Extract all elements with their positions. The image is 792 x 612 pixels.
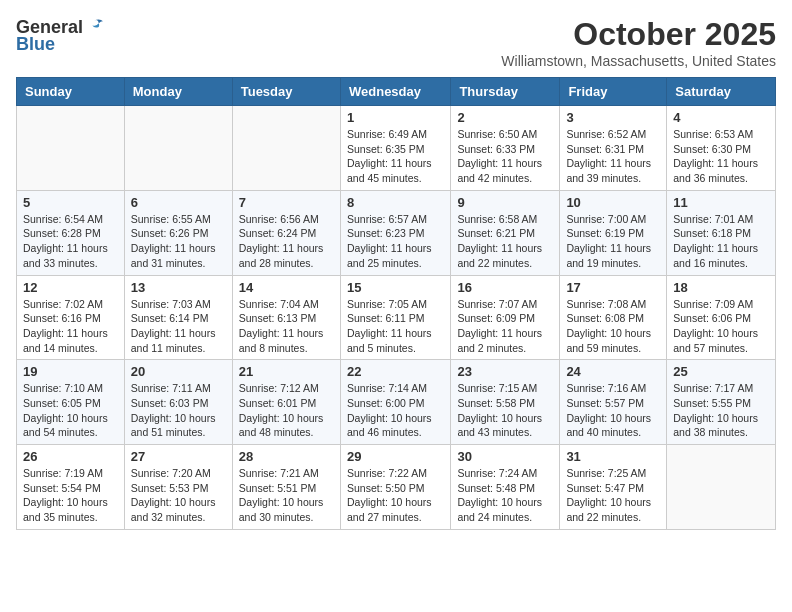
month-title: October 2025 <box>501 16 776 53</box>
calendar-day-27: 27Sunrise: 7:20 AM Sunset: 5:53 PM Dayli… <box>124 445 232 530</box>
day-info: Sunrise: 6:56 AM Sunset: 6:24 PM Dayligh… <box>239 212 334 271</box>
day-number: 1 <box>347 110 444 125</box>
calendar-day-empty <box>232 106 340 191</box>
weekday-header-monday: Monday <box>124 78 232 106</box>
day-info: Sunrise: 6:49 AM Sunset: 6:35 PM Dayligh… <box>347 127 444 186</box>
calendar-day-28: 28Sunrise: 7:21 AM Sunset: 5:51 PM Dayli… <box>232 445 340 530</box>
day-number: 8 <box>347 195 444 210</box>
weekday-header-row: SundayMondayTuesdayWednesdayThursdayFrid… <box>17 78 776 106</box>
weekday-header-tuesday: Tuesday <box>232 78 340 106</box>
day-info: Sunrise: 6:50 AM Sunset: 6:33 PM Dayligh… <box>457 127 553 186</box>
day-info: Sunrise: 7:22 AM Sunset: 5:50 PM Dayligh… <box>347 466 444 525</box>
day-number: 22 <box>347 364 444 379</box>
calendar-day-21: 21Sunrise: 7:12 AM Sunset: 6:01 PM Dayli… <box>232 360 340 445</box>
day-number: 23 <box>457 364 553 379</box>
weekday-header-saturday: Saturday <box>667 78 776 106</box>
day-number: 15 <box>347 280 444 295</box>
calendar-day-19: 19Sunrise: 7:10 AM Sunset: 6:05 PM Dayli… <box>17 360 125 445</box>
calendar-day-26: 26Sunrise: 7:19 AM Sunset: 5:54 PM Dayli… <box>17 445 125 530</box>
calendar-day-24: 24Sunrise: 7:16 AM Sunset: 5:57 PM Dayli… <box>560 360 667 445</box>
calendar-table: SundayMondayTuesdayWednesdayThursdayFrid… <box>16 77 776 530</box>
day-info: Sunrise: 7:16 AM Sunset: 5:57 PM Dayligh… <box>566 381 660 440</box>
day-number: 14 <box>239 280 334 295</box>
day-info: Sunrise: 7:07 AM Sunset: 6:09 PM Dayligh… <box>457 297 553 356</box>
calendar-day-empty <box>667 445 776 530</box>
day-number: 7 <box>239 195 334 210</box>
day-info: Sunrise: 7:11 AM Sunset: 6:03 PM Dayligh… <box>131 381 226 440</box>
calendar-day-29: 29Sunrise: 7:22 AM Sunset: 5:50 PM Dayli… <box>340 445 450 530</box>
day-info: Sunrise: 6:57 AM Sunset: 6:23 PM Dayligh… <box>347 212 444 271</box>
weekday-header-thursday: Thursday <box>451 78 560 106</box>
day-info: Sunrise: 7:02 AM Sunset: 6:16 PM Dayligh… <box>23 297 118 356</box>
calendar-day-23: 23Sunrise: 7:15 AM Sunset: 5:58 PM Dayli… <box>451 360 560 445</box>
day-info: Sunrise: 7:21 AM Sunset: 5:51 PM Dayligh… <box>239 466 334 525</box>
day-info: Sunrise: 7:10 AM Sunset: 6:05 PM Dayligh… <box>23 381 118 440</box>
calendar-day-6: 6Sunrise: 6:55 AM Sunset: 6:26 PM Daylig… <box>124 190 232 275</box>
calendar-day-3: 3Sunrise: 6:52 AM Sunset: 6:31 PM Daylig… <box>560 106 667 191</box>
logo: General Blue <box>16 16 107 55</box>
calendar-day-13: 13Sunrise: 7:03 AM Sunset: 6:14 PM Dayli… <box>124 275 232 360</box>
calendar-day-empty <box>124 106 232 191</box>
day-number: 6 <box>131 195 226 210</box>
day-info: Sunrise: 7:15 AM Sunset: 5:58 PM Dayligh… <box>457 381 553 440</box>
day-number: 29 <box>347 449 444 464</box>
day-info: Sunrise: 7:00 AM Sunset: 6:19 PM Dayligh… <box>566 212 660 271</box>
location-subtitle: Williamstown, Massachusetts, United Stat… <box>501 53 776 69</box>
day-number: 10 <box>566 195 660 210</box>
calendar-day-11: 11Sunrise: 7:01 AM Sunset: 6:18 PM Dayli… <box>667 190 776 275</box>
day-info: Sunrise: 6:55 AM Sunset: 6:26 PM Dayligh… <box>131 212 226 271</box>
calendar-day-12: 12Sunrise: 7:02 AM Sunset: 6:16 PM Dayli… <box>17 275 125 360</box>
day-number: 21 <box>239 364 334 379</box>
day-number: 30 <box>457 449 553 464</box>
day-number: 13 <box>131 280 226 295</box>
day-info: Sunrise: 7:01 AM Sunset: 6:18 PM Dayligh… <box>673 212 769 271</box>
calendar-day-16: 16Sunrise: 7:07 AM Sunset: 6:09 PM Dayli… <box>451 275 560 360</box>
day-number: 18 <box>673 280 769 295</box>
logo-bird-icon <box>85 16 107 38</box>
calendar-week-row: 1Sunrise: 6:49 AM Sunset: 6:35 PM Daylig… <box>17 106 776 191</box>
day-info: Sunrise: 7:14 AM Sunset: 6:00 PM Dayligh… <box>347 381 444 440</box>
calendar-day-1: 1Sunrise: 6:49 AM Sunset: 6:35 PM Daylig… <box>340 106 450 191</box>
calendar-day-empty <box>17 106 125 191</box>
page-header: General Blue October 2025 Williamstown, … <box>16 16 776 69</box>
calendar-day-30: 30Sunrise: 7:24 AM Sunset: 5:48 PM Dayli… <box>451 445 560 530</box>
calendar-day-10: 10Sunrise: 7:00 AM Sunset: 6:19 PM Dayli… <box>560 190 667 275</box>
day-number: 4 <box>673 110 769 125</box>
day-number: 25 <box>673 364 769 379</box>
calendar-week-row: 5Sunrise: 6:54 AM Sunset: 6:28 PM Daylig… <box>17 190 776 275</box>
calendar-day-31: 31Sunrise: 7:25 AM Sunset: 5:47 PM Dayli… <box>560 445 667 530</box>
day-info: Sunrise: 7:09 AM Sunset: 6:06 PM Dayligh… <box>673 297 769 356</box>
calendar-day-2: 2Sunrise: 6:50 AM Sunset: 6:33 PM Daylig… <box>451 106 560 191</box>
day-number: 28 <box>239 449 334 464</box>
calendar-day-5: 5Sunrise: 6:54 AM Sunset: 6:28 PM Daylig… <box>17 190 125 275</box>
calendar-day-17: 17Sunrise: 7:08 AM Sunset: 6:08 PM Dayli… <box>560 275 667 360</box>
day-number: 16 <box>457 280 553 295</box>
day-number: 11 <box>673 195 769 210</box>
day-info: Sunrise: 7:24 AM Sunset: 5:48 PM Dayligh… <box>457 466 553 525</box>
day-number: 31 <box>566 449 660 464</box>
day-info: Sunrise: 6:54 AM Sunset: 6:28 PM Dayligh… <box>23 212 118 271</box>
calendar-day-22: 22Sunrise: 7:14 AM Sunset: 6:00 PM Dayli… <box>340 360 450 445</box>
day-number: 9 <box>457 195 553 210</box>
day-number: 20 <box>131 364 226 379</box>
day-info: Sunrise: 7:05 AM Sunset: 6:11 PM Dayligh… <box>347 297 444 356</box>
day-info: Sunrise: 7:12 AM Sunset: 6:01 PM Dayligh… <box>239 381 334 440</box>
day-info: Sunrise: 7:20 AM Sunset: 5:53 PM Dayligh… <box>131 466 226 525</box>
day-number: 24 <box>566 364 660 379</box>
calendar-day-7: 7Sunrise: 6:56 AM Sunset: 6:24 PM Daylig… <box>232 190 340 275</box>
day-info: Sunrise: 7:17 AM Sunset: 5:55 PM Dayligh… <box>673 381 769 440</box>
day-number: 26 <box>23 449 118 464</box>
calendar-day-14: 14Sunrise: 7:04 AM Sunset: 6:13 PM Dayli… <box>232 275 340 360</box>
day-info: Sunrise: 7:25 AM Sunset: 5:47 PM Dayligh… <box>566 466 660 525</box>
calendar-day-4: 4Sunrise: 6:53 AM Sunset: 6:30 PM Daylig… <box>667 106 776 191</box>
day-info: Sunrise: 6:58 AM Sunset: 6:21 PM Dayligh… <box>457 212 553 271</box>
calendar-day-8: 8Sunrise: 6:57 AM Sunset: 6:23 PM Daylig… <box>340 190 450 275</box>
day-number: 17 <box>566 280 660 295</box>
title-section: October 2025 Williamstown, Massachusetts… <box>501 16 776 69</box>
day-number: 3 <box>566 110 660 125</box>
day-info: Sunrise: 6:53 AM Sunset: 6:30 PM Dayligh… <box>673 127 769 186</box>
weekday-header-sunday: Sunday <box>17 78 125 106</box>
day-number: 5 <box>23 195 118 210</box>
calendar-week-row: 12Sunrise: 7:02 AM Sunset: 6:16 PM Dayli… <box>17 275 776 360</box>
day-info: Sunrise: 7:03 AM Sunset: 6:14 PM Dayligh… <box>131 297 226 356</box>
